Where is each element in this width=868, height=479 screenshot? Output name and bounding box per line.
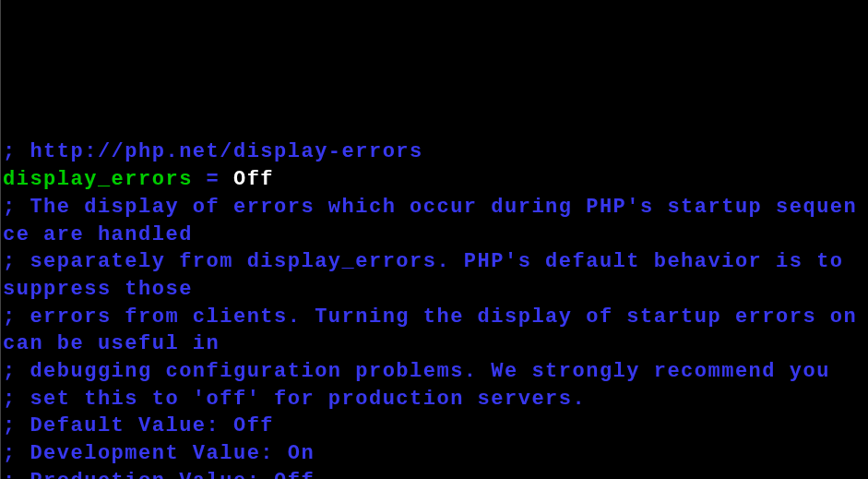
- config-comment: ; errors from clients. Turning the displ…: [3, 304, 868, 358]
- config-comment: ; separately from display_errors. PHP's …: [3, 248, 868, 303]
- config-equals: =: [193, 168, 233, 191]
- config-value-display-errors: Off: [233, 168, 274, 191]
- config-comment: ; debugging configuration problems. We s…: [3, 358, 868, 386]
- config-comment-development: ; Development Value: On: [3, 440, 868, 468]
- config-comment-url: ; http://php.net/display-errors: [3, 138, 868, 166]
- config-comment: ; The display of errors which occur duri…: [3, 194, 868, 248]
- config-directive-line: display_errors = Off: [3, 166, 868, 194]
- config-key-display-errors: display_errors: [3, 168, 193, 191]
- config-comment-production: ; Production Value: Off: [3, 468, 868, 479]
- config-comment: ; set this to 'off' for production serve…: [3, 386, 868, 413]
- config-comment-default: ; Default Value: Off: [3, 413, 868, 440]
